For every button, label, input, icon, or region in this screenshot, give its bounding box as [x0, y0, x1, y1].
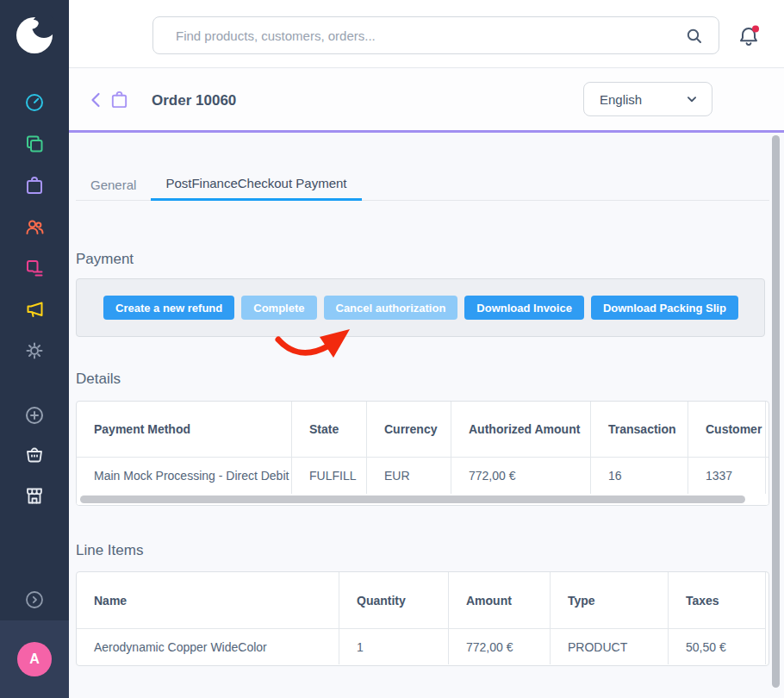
payment-section-title: Payment	[76, 251, 134, 268]
module-color-bar	[69, 130, 784, 133]
notification-dot	[752, 26, 759, 33]
details-cell-currency: EUR	[367, 458, 451, 494]
tab-postfinancecheckout-payment[interactable]: PostFinanceCheckout Payment	[151, 168, 361, 201]
line-items-header-quantity: Quantity	[339, 572, 449, 628]
horizontal-scrollbar-thumb[interactable]	[80, 495, 745, 503]
line-items-cell-taxes: 50,50 €	[669, 629, 766, 664]
page-title: Order 10060	[152, 90, 236, 110]
complete-button[interactable]: Complete	[241, 296, 316, 320]
horizontal-scrollbar-track	[77, 494, 768, 505]
details-section-title: Details	[76, 371, 121, 388]
expand-sidebar-icon[interactable]	[24, 589, 45, 610]
chevron-down-icon	[684, 91, 700, 107]
language-select[interactable]: English	[583, 82, 712, 116]
language-select-value: English	[600, 92, 642, 107]
details-table: Payment Method State Currency Authorized…	[76, 401, 769, 506]
download-invoice-button[interactable]: Download Invoice	[464, 296, 584, 320]
search-input[interactable]	[176, 28, 681, 43]
payment-buttons-row: Create a new refund Complete Cancel auth…	[103, 296, 738, 320]
notifications-bell-icon[interactable]	[736, 23, 762, 49]
content-icon[interactable]	[24, 258, 45, 278]
details-header-authorized-amount: Authorized Amount	[451, 402, 591, 457]
line-items-table-row: Aerodynamic Copper WideColor 1 772,00 € …	[77, 628, 766, 664]
sidebar: A	[0, 0, 69, 698]
create-refund-button[interactable]: Create a new refund	[103, 296, 234, 320]
line-items-cell-type: PRODUCT	[551, 629, 669, 664]
catalogues-icon[interactable]	[24, 134, 45, 154]
line-items-cell-name: Aerodynamic Copper WideColor	[77, 629, 339, 664]
order-bag-icon	[109, 90, 129, 109]
details-table-row: Main Mock Processing - Direct Debit FULF…	[77, 457, 769, 494]
storefront-icon[interactable]	[24, 485, 45, 506]
download-packing-slip-button[interactable]: Download Packing Slip	[591, 296, 738, 320]
line-items-header-name: Name	[77, 572, 339, 628]
details-cell-transaction: 16	[591, 458, 688, 494]
line-items-header-type: Type	[551, 572, 669, 628]
marketing-icon[interactable]	[24, 299, 45, 320]
user-avatar[interactable]: A	[17, 642, 52, 676]
line-items-header-amount: Amount	[449, 572, 551, 628]
vertical-scrollbar-thumb[interactable]	[772, 135, 780, 688]
customers-icon[interactable]	[24, 216, 45, 237]
back-chevron-icon[interactable]	[86, 90, 107, 110]
details-header-currency: Currency	[367, 402, 451, 457]
details-header-row: Payment Method State Currency Authorized…	[77, 402, 769, 457]
details-cell-authorized-amount: 772,00 €	[451, 458, 591, 494]
dashboard-icon[interactable]	[24, 92, 45, 113]
shopware-logo-icon[interactable]	[15, 16, 54, 55]
details-cell-payment-method: Main Mock Processing - Direct Debit	[77, 458, 292, 494]
line-items-table: Name Quantity Amount Type Taxes Aerodyna…	[76, 571, 769, 666]
cancel-authorization-button[interactable]: Cancel authorization	[324, 296, 458, 320]
annotation-arrow-icon	[267, 325, 358, 361]
details-cell-state: FULFILL	[292, 458, 367, 494]
details-header-state: State	[292, 402, 367, 457]
line-items-header-row: Name Quantity Amount Type Taxes	[77, 572, 766, 628]
line-items-section-title: Line Items	[76, 542, 143, 559]
search-icon[interactable]	[684, 26, 705, 47]
basket-icon[interactable]	[24, 444, 45, 464]
line-items-header-taxes: Taxes	[669, 572, 766, 628]
line-items-cell-amount: 772,00 €	[449, 629, 551, 664]
details-header-transaction: Transaction	[591, 402, 688, 457]
add-module-icon[interactable]	[24, 405, 45, 426]
tab-general[interactable]: General	[76, 168, 151, 201]
details-header-payment-method: Payment Method	[77, 402, 292, 457]
line-items-cell-quantity: 1	[339, 629, 449, 664]
details-cell-customer: 1337	[688, 458, 766, 494]
global-search	[152, 16, 719, 54]
details-header-customer: Customer	[688, 402, 766, 457]
app-window: A Order 10060 English	[0, 0, 784, 698]
tab-bar: General PostFinanceCheckout Payment	[76, 168, 769, 201]
orders-icon[interactable]	[24, 175, 45, 196]
settings-icon[interactable]	[24, 340, 45, 361]
